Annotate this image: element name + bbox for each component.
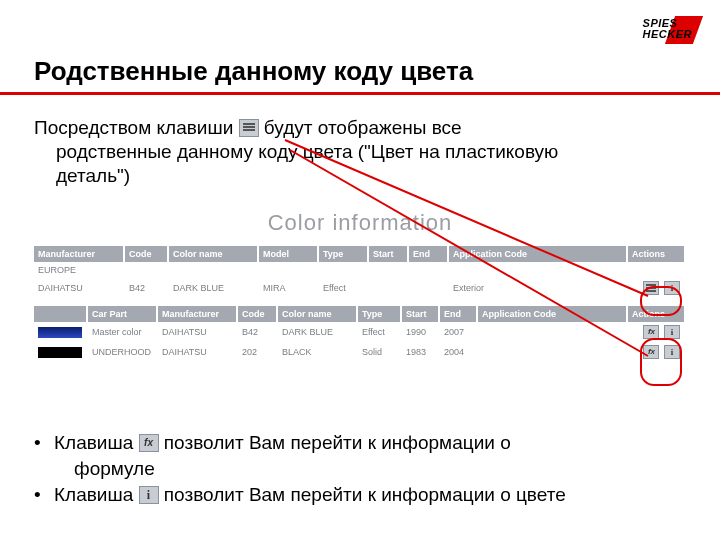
th-manufacturer2: Manufacturer	[157, 306, 237, 322]
th-swatch	[34, 306, 87, 322]
list-icon	[239, 119, 259, 137]
formula-button[interactable]	[643, 325, 659, 339]
intro-line2: родственные данному коду цвета ("Цвет на…	[34, 140, 684, 164]
th-appcode: Application Code	[448, 246, 627, 262]
color-table-1: Manufacturer Code Color name Model Type …	[34, 246, 686, 306]
callout-ellipse-2	[640, 338, 682, 386]
th-model: Model	[258, 246, 318, 262]
th-carpart: Car Part	[87, 306, 157, 322]
callout-ellipse-1	[640, 286, 682, 316]
th-start2: Start	[401, 306, 439, 322]
color-swatch-blue	[38, 327, 82, 338]
table-row: DAIHATSU B42 DARK BLUE MIRA Effect Exter…	[34, 278, 685, 298]
intro-text-1: Посредством клавиши	[34, 117, 239, 138]
th-code: Code	[124, 246, 168, 262]
bullet-2: Клавиша позволит Вам перейти к информаци…	[34, 482, 694, 508]
intro-paragraph: Посредством клавиши будут отображены все…	[34, 116, 684, 188]
title-underline	[0, 92, 720, 95]
th-appcode2: Application Code	[477, 306, 627, 322]
th-start: Start	[368, 246, 408, 262]
th-actions: Actions	[627, 246, 685, 262]
table-row: EUROPE	[34, 262, 685, 278]
th-type2: Type	[357, 306, 401, 322]
slide-title: Родственные данному коду цвета	[34, 56, 473, 87]
screenshot-panel: Color information Manufacturer Code Colo…	[34, 202, 686, 362]
table-row: UNDERHOOD DAIHATSU 202 BLACK Solid 1983 …	[34, 342, 685, 362]
bullet-list: Клавиша позволит Вам перейти к информаци…	[34, 430, 694, 508]
th-code2: Code	[237, 306, 277, 322]
info-button[interactable]	[664, 325, 680, 339]
panel-title: Color information	[34, 202, 686, 246]
bullet-1: Клавиша позволит Вам перейти к информаци…	[34, 430, 694, 482]
th-manufacturer: Manufacturer	[34, 246, 124, 262]
th-type: Type	[318, 246, 368, 262]
color-table-2: Car Part Manufacturer Code Color name Ty…	[34, 306, 686, 362]
intro-line3: деталь")	[34, 164, 684, 188]
th-end2: End	[439, 306, 477, 322]
th-end: End	[408, 246, 448, 262]
fx-icon	[139, 434, 159, 452]
brand-logo: SPIES HECKER	[643, 18, 692, 40]
intro-text-2: будут отображены все	[264, 117, 462, 138]
brand-line2: HECKER	[643, 29, 692, 40]
color-swatch-black	[38, 347, 82, 358]
table-row: Master color DAIHATSU B42 DARK BLUE Effe…	[34, 322, 685, 342]
th-colorname2: Color name	[277, 306, 357, 322]
th-colorname: Color name	[168, 246, 258, 262]
info-icon	[139, 486, 159, 504]
